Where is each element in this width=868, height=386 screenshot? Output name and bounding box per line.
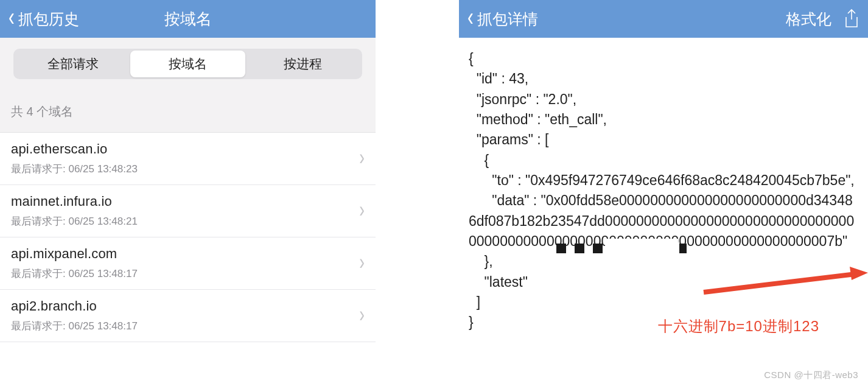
domain-name: mainnet.infura.io [11,194,359,209]
back-chevron-icon[interactable]: ‹ [467,4,474,30]
left-header: ‹ 抓包历史 按域名 [0,0,376,38]
hex-annotation: 十六进制7b=10进制123 [658,317,819,336]
segmented-control-wrap: 全部请求 按域名 按进程 [0,38,376,90]
redaction-block [605,239,678,254]
chevron-right-icon: › [359,249,365,275]
detail-panel: ‹ 抓包详情 格式化 { "id" : 43, "jsonrpc" : "2.0… [459,0,868,386]
domain-list: api.etherscan.io 最后请求于: 06/25 13:48:23 ›… [0,133,376,342]
list-item[interactable]: api.mixpanel.com 最后请求于: 06/25 13:48:17 › [0,237,376,290]
redaction-block [556,244,566,253]
format-button[interactable]: 格式化 [786,9,831,29]
tab-by-process[interactable]: 按进程 [245,51,360,77]
back-button[interactable]: 抓包详情 [477,9,538,29]
list-item[interactable]: api2.branch.io 最后请求于: 06/25 13:48:17 › [0,290,376,342]
back-chevron-icon[interactable]: ‹ [9,4,15,30]
domain-count-label: 共 4 个域名 [0,90,376,133]
arrow-annotation-icon [698,262,868,298]
domain-last-request: 最后请求于: 06/25 13:48:17 [11,319,359,333]
domain-last-request: 最后请求于: 06/25 13:48:17 [11,267,359,281]
domain-name: api.etherscan.io [11,141,359,157]
chevron-right-icon: › [359,197,365,223]
segmented-control: 全部请求 按域名 按进程 [13,49,362,79]
list-item[interactable]: api.etherscan.io 最后请求于: 06/25 13:48:23 › [0,133,376,185]
domain-last-request: 最后请求于: 06/25 13:48:21 [11,214,359,228]
history-panel: ‹ 抓包历史 按域名 全部请求 按域名 按进程 共 4 个域名 api.ethe… [0,0,376,386]
redaction-block [679,244,687,253]
page-title: 按域名 [164,9,212,30]
right-header: ‹ 抓包详情 格式化 [459,0,868,38]
tab-by-domain[interactable]: 按域名 [130,51,245,77]
svg-marker-0 [850,267,868,280]
redaction-block [593,244,603,253]
domain-name: api.mixpanel.com [11,246,359,262]
back-button[interactable]: 抓包历史 [18,9,79,29]
chevron-right-icon: › [359,301,365,328]
share-icon[interactable] [842,9,861,29]
list-item[interactable]: mainnet.infura.io 最后请求于: 06/25 13:48:21 … [0,185,376,237]
panel-gap [376,0,459,386]
redaction-block [575,244,584,253]
tab-all-requests[interactable]: 全部请求 [15,51,130,77]
watermark: CSDN @十四君-web3 [764,370,858,381]
domain-last-request: 最后请求于: 06/25 13:48:23 [11,162,359,176]
domain-name: api2.branch.io [11,298,359,314]
chevron-right-icon: › [359,144,365,170]
